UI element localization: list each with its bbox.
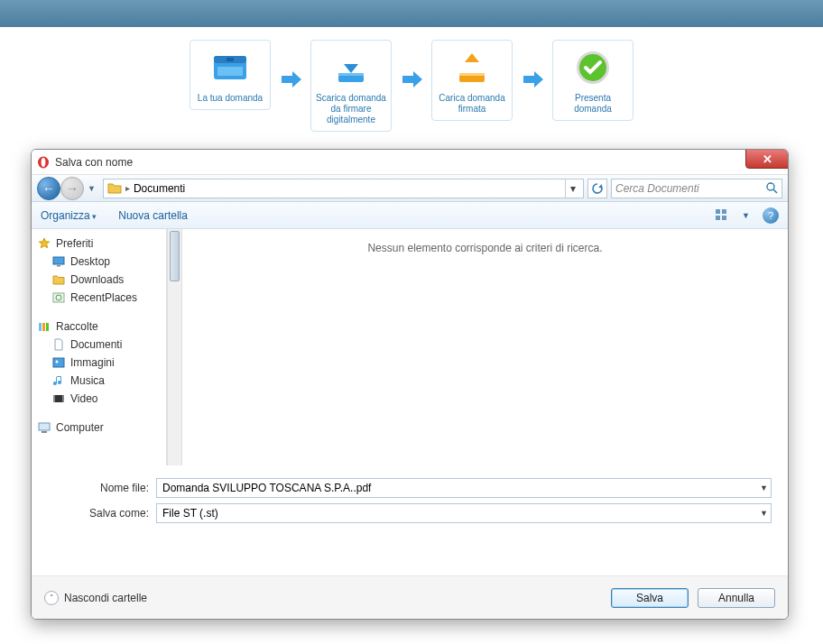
tree-computer[interactable]: Computer xyxy=(33,419,164,437)
hide-folders-toggle[interactable]: ˄ Nascondi cartelle xyxy=(44,591,147,605)
download-icon xyxy=(315,46,387,89)
view-options-button[interactable] xyxy=(715,208,729,223)
folder-icon xyxy=(107,182,122,194)
back-button[interactable]: ← xyxy=(37,177,60,200)
cancel-button[interactable]: Annulla xyxy=(698,588,775,608)
tree-item-documents[interactable]: Documenti xyxy=(33,336,164,354)
arrow-right-icon: → xyxy=(66,181,79,196)
svg-rect-17 xyxy=(722,216,726,220)
document-icon xyxy=(51,338,66,351)
empty-message: Nessun elemento corrisponde ai criteri d… xyxy=(367,242,602,254)
svg-rect-2 xyxy=(217,67,243,76)
chevron-down-icon[interactable]: ▼ xyxy=(760,509,768,518)
star-icon xyxy=(37,237,51,250)
dialog-titlebar[interactable]: Salva con nome ✕ xyxy=(32,150,788,175)
svg-rect-3 xyxy=(227,58,234,61)
tree-favorites[interactable]: Preferiti xyxy=(33,235,164,253)
step-label: Carica domanda firmata xyxy=(436,93,508,115)
step-download-sign[interactable]: Scarica domanda da firmare digitalmente xyxy=(310,40,392,132)
tree-item-music[interactable]: Musica xyxy=(33,372,164,390)
tree-libraries[interactable]: Raccolte xyxy=(33,317,164,336)
step-your-application[interactable]: La tua domanda xyxy=(190,40,271,110)
svg-rect-30 xyxy=(39,423,50,430)
svg-rect-31 xyxy=(42,431,47,433)
tree-item-video[interactable]: Video xyxy=(33,390,164,408)
libraries-icon xyxy=(37,320,51,333)
svg-rect-28 xyxy=(53,395,55,402)
search-icon xyxy=(766,182,778,194)
arrow-right-icon xyxy=(520,67,545,92)
save-button[interactable]: Salva xyxy=(611,588,689,608)
search-input[interactable]: Cerca Documenti xyxy=(611,179,782,198)
search-placeholder: Cerca Documenti xyxy=(615,182,699,195)
svg-rect-23 xyxy=(42,323,45,331)
scrollbar-thumb[interactable] xyxy=(170,231,180,281)
svg-rect-24 xyxy=(46,323,49,331)
svg-rect-29 xyxy=(62,395,64,402)
opera-icon xyxy=(37,156,50,169)
refresh-button[interactable] xyxy=(587,179,607,198)
desktop-icon xyxy=(51,255,66,268)
breadcrumb-dropdown[interactable]: ▾ xyxy=(565,179,579,198)
nav-row: ← → ▼ ▸ Documenti ▾ Cerca Documenti xyxy=(32,175,788,202)
tree-item-recent[interactable]: RecentPlaces xyxy=(33,289,164,307)
forward-button[interactable]: → xyxy=(60,177,84,200)
image-icon xyxy=(51,356,66,369)
step-upload-signed[interactable]: Carica domanda firmata xyxy=(431,40,513,121)
breadcrumb-bar[interactable]: ▸ Documenti ▾ xyxy=(103,179,584,198)
svg-rect-19 xyxy=(57,265,60,267)
svg-rect-4 xyxy=(338,75,364,82)
step-label: La tua domanda xyxy=(194,93,266,104)
tree-item-downloads[interactable]: Downloads xyxy=(33,271,164,289)
svg-rect-22 xyxy=(39,323,42,331)
svg-rect-16 xyxy=(716,216,720,220)
breadcrumb-item[interactable]: Documenti xyxy=(134,182,185,195)
checkmark-circle-icon xyxy=(557,46,629,89)
file-list: Nessun elemento corrisponde ai criteri d… xyxy=(182,229,788,465)
tree-item-desktop[interactable]: Desktop xyxy=(33,253,164,271)
step-submit[interactable]: Presenta domanda xyxy=(552,40,633,121)
filetype-label: Salva come: xyxy=(48,507,156,520)
arrow-right-icon xyxy=(399,67,424,92)
svg-rect-18 xyxy=(53,257,64,264)
tree-item-images[interactable]: Immagini xyxy=(33,354,164,372)
svg-point-11 xyxy=(42,158,46,167)
nav-tree: Preferiti Desktop Downloads RecentPlaces… xyxy=(32,229,167,465)
step-label: Scarica domanda da firmare digitalmente xyxy=(315,93,387,125)
chevron-down-icon[interactable]: ▼ xyxy=(760,483,768,492)
music-icon xyxy=(51,374,66,387)
dialog-title: Salva con nome xyxy=(55,156,133,169)
svg-rect-14 xyxy=(716,209,720,214)
refresh-icon xyxy=(591,182,604,195)
filename-input[interactable]: Domanda SVILUPPO TOSCANA S.P.A..pdf ▼ xyxy=(156,478,772,498)
wizard-steps: La tua domanda Scarica domanda da firmar… xyxy=(0,27,823,148)
svg-rect-5 xyxy=(338,73,364,76)
archive-box-icon xyxy=(194,46,266,89)
close-button[interactable]: ✕ xyxy=(745,149,789,169)
chevron-down-icon[interactable]: ▼ xyxy=(742,211,750,220)
svg-rect-15 xyxy=(722,209,726,214)
step-label: Presenta domanda xyxy=(557,93,629,115)
upload-icon xyxy=(436,46,508,89)
computer-icon xyxy=(37,421,51,434)
save-as-dialog: Salva con nome ✕ ← → ▼ ▸ Documenti ▾ Cer… xyxy=(31,149,789,620)
file-fields: Nome file: Domanda SVILUPPO TOSCANA S.P.… xyxy=(32,465,788,538)
toolbar: Organizza Nuova cartella ▼ ? xyxy=(32,202,788,229)
tree-scrollbar[interactable] xyxy=(167,229,182,465)
history-dropdown[interactable]: ▼ xyxy=(88,184,96,193)
help-button[interactable]: ? xyxy=(763,207,779,224)
arrow-left-icon: ← xyxy=(42,181,55,196)
page-topbar xyxy=(0,0,823,27)
svg-rect-25 xyxy=(53,358,64,367)
recent-icon xyxy=(51,291,66,304)
new-folder-button[interactable]: Nuova cartella xyxy=(118,209,188,222)
svg-point-26 xyxy=(56,361,59,363)
chevron-up-icon: ˄ xyxy=(44,591,59,605)
organize-menu[interactable]: Organizza xyxy=(41,209,97,222)
filename-label: Nome file: xyxy=(48,482,156,494)
dialog-footer: ˄ Nascondi cartelle Salva Annulla xyxy=(32,575,788,619)
svg-point-12 xyxy=(767,183,774,190)
close-icon: ✕ xyxy=(763,152,772,166)
video-icon xyxy=(51,392,66,405)
filetype-select[interactable]: File ST (.st) ▼ xyxy=(156,503,772,523)
